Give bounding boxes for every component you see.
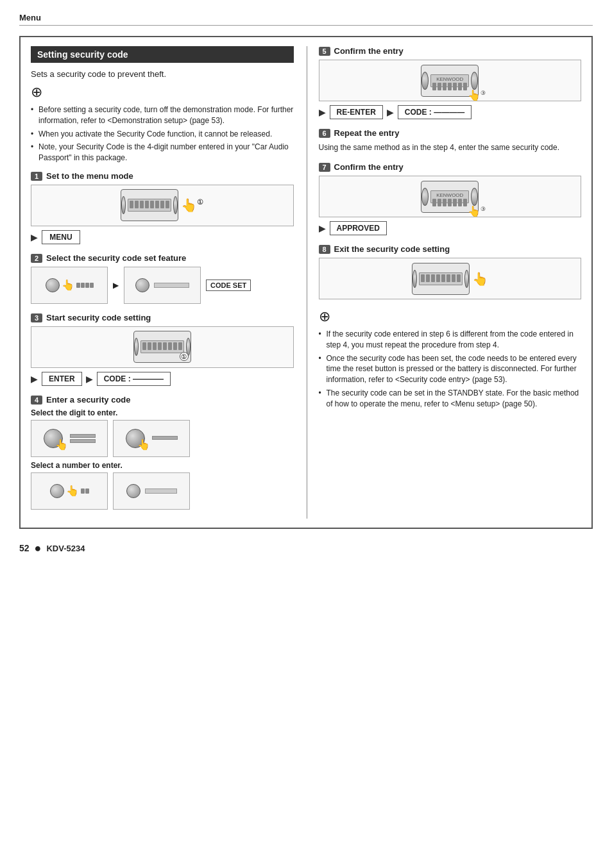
step-3-title: Start security code setting	[46, 313, 151, 322]
knob-s7-r: 👆③	[471, 188, 478, 206]
step-5-diagram: KENWOOD 👆③	[319, 60, 582, 101]
sub1-title: Select the digit to enter.	[31, 408, 294, 417]
arrow-s3: ▶	[31, 374, 38, 384]
step-2-title: Select the security code set feature	[46, 253, 186, 263]
step-3-num: 3	[31, 313, 42, 322]
knob-4b: 👆	[126, 429, 145, 448]
step-6-block: 6 Repeat the entry Using the same method…	[319, 128, 582, 153]
code-dash-cmd2: CODE : ————	[398, 105, 472, 119]
knob-2b	[135, 278, 149, 292]
right-note-3: The security code can be set in the STAN…	[319, 388, 582, 410]
step-8-num: 8	[319, 245, 330, 254]
step-3-header: 3 Start security code setting	[31, 313, 294, 322]
step-4-block: 4 Enter a security code Select the digit…	[31, 395, 294, 510]
step-3-diagram: ①	[31, 326, 294, 368]
step-6-title: Repeat the entry	[334, 128, 400, 138]
device-s8	[412, 263, 470, 295]
step-7-title: Confirm the entry	[334, 162, 404, 172]
knob-s5-r: 👆③	[471, 72, 478, 90]
code-set-cmd: CODE SET	[206, 280, 251, 291]
step-2-diagram: 👆 ▶ CODE SET	[31, 267, 294, 304]
device-s3: ①	[133, 331, 191, 363]
step-7-block: 7 Confirm the entry KENWOOD 👆③	[319, 162, 582, 235]
display-s3	[140, 340, 184, 353]
knob-s1-r	[173, 196, 178, 214]
knob-s1	[121, 196, 126, 214]
enter-cmd: ENTER	[42, 372, 82, 386]
step-4a-diagram: 👆 👆	[31, 420, 294, 457]
notes-list: Before setting a security code, turn off…	[31, 104, 294, 163]
page-footer: 52 ● KDV-5234	[19, 539, 593, 555]
left-column: Setting security code Sets a security co…	[31, 46, 294, 519]
step-1-title: Set to the menu mode	[46, 171, 133, 181]
arrow-s5b: ▶	[387, 107, 394, 117]
step-3-block: 3 Start security code setting ①	[31, 313, 294, 386]
knob-2a	[46, 278, 60, 292]
hand-4c: 👆	[66, 485, 79, 497]
step-5-header: 5 Confirm the entry	[319, 46, 582, 56]
step-8-header: 8 Exit the security code setting	[319, 244, 582, 254]
device-s5: KENWOOD 👆③	[421, 65, 479, 97]
knob-s5	[421, 72, 429, 90]
step-1-command: ▶ MENU	[31, 230, 294, 244]
main-container: Setting security code Sets a security co…	[19, 36, 593, 529]
device-2b	[124, 267, 201, 304]
right-notes-list: If the security code entered in step 6 i…	[319, 329, 582, 410]
step-7-num: 7	[319, 163, 330, 172]
device-4b: 👆	[113, 420, 190, 457]
step-6-desc: Using the same method as in the step 4, …	[319, 142, 582, 153]
hand-s7: 👆③	[468, 205, 486, 217]
step-1-num: 1	[31, 172, 42, 181]
footer-dot: ●	[35, 542, 42, 555]
right-note-1: If the security code entered in step 6 i…	[319, 329, 582, 351]
step-1-block: 1 Set to the menu mode 👆①	[31, 171, 294, 244]
step-7-command: ▶ APPROVED	[319, 221, 582, 235]
intro-text: Sets a security code to prevent theft.	[31, 69, 294, 79]
step-8-diagram: 👆	[319, 258, 582, 299]
knob-4d	[126, 484, 140, 498]
device-s7: KENWOOD 👆③	[421, 181, 479, 213]
note-icon-right: ⊕	[319, 308, 582, 325]
knob-s7	[421, 188, 429, 206]
device-4a: 👆	[31, 420, 108, 457]
right-note-2: Once the security code has been set, the…	[319, 353, 582, 385]
sub2-title: Select a number to enter.	[31, 461, 294, 470]
arrow-s5: ▶	[319, 107, 326, 117]
right-column: 5 Confirm the entry KENWOOD 👆③	[307, 46, 582, 519]
step-4-num: 4	[31, 396, 42, 405]
reenter-cmd: RE-ENTER	[330, 105, 383, 119]
knob-s8-r	[464, 270, 469, 288]
step-2-block: 2 Select the security code set feature 👆…	[31, 253, 294, 304]
approved-cmd: APPROVED	[330, 221, 387, 235]
step-1-diagram: 👆①	[31, 185, 294, 226]
hand-2a: 👆	[62, 279, 74, 291]
knob-s3	[134, 338, 139, 356]
step-6-header: 6 Repeat the entry	[319, 128, 582, 138]
step-6-num: 6	[319, 129, 330, 138]
display-2b	[154, 283, 189, 288]
hand-4b: 👆	[137, 438, 150, 451]
step-2-num: 2	[31, 254, 42, 263]
page-header: Menu	[19, 13, 593, 26]
device-2a: 👆	[31, 267, 108, 304]
display-s7: KENWOOD	[430, 190, 469, 203]
note-icon: ⊕	[31, 84, 294, 101]
step-1-header: 1 Set to the menu mode	[31, 171, 294, 181]
display-4d	[145, 488, 177, 494]
label-4b	[152, 436, 178, 441]
code-dash-cmd: CODE : ————	[97, 372, 171, 386]
display-s8	[419, 272, 463, 285]
device-4d	[113, 472, 190, 510]
note-item-2: When you activate the Security Code func…	[31, 129, 294, 140]
arrow-s3b: ▶	[86, 374, 93, 384]
step-8-block: 8 Exit the security code setting 👆	[319, 244, 582, 299]
step-5-command: ▶ RE-ENTER ▶ CODE : ————	[319, 105, 582, 119]
footer-model: KDV-5234	[46, 544, 85, 553]
step-4b-diagram: 👆	[31, 472, 294, 510]
hand-4a: 👆	[55, 438, 68, 451]
step-4-title: Enter a security code	[46, 395, 131, 405]
step-3-command: ▶ ENTER ▶ CODE : ————	[31, 372, 294, 386]
arrow-s1: ▶	[31, 232, 38, 242]
seg-4c	[81, 488, 89, 494]
step-7-diagram: KENWOOD 👆③	[319, 176, 582, 217]
